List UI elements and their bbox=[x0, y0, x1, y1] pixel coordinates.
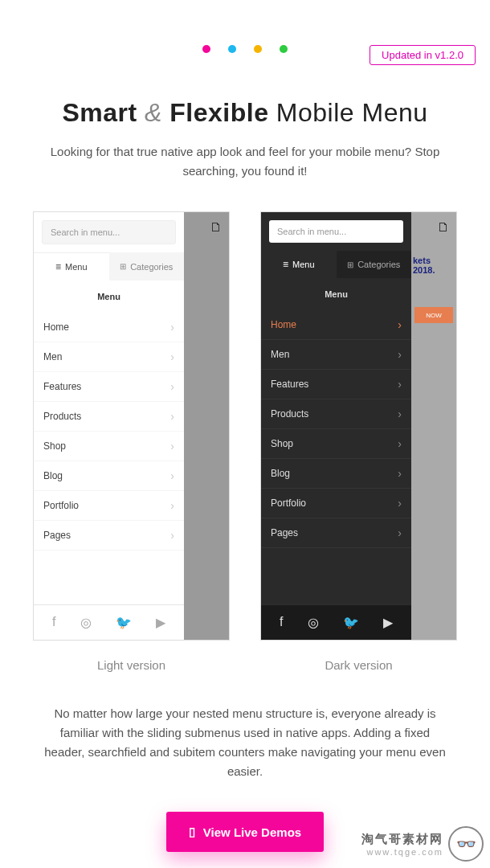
watermark: 淘气哥素材网 www.tqge.com 👓 bbox=[361, 826, 484, 862]
chevron-right-icon: › bbox=[398, 437, 402, 450]
version-badge: Updated in v1.2.0 bbox=[370, 45, 476, 65]
chevron-right-icon: › bbox=[170, 469, 174, 482]
bg-promo-button: NOW bbox=[414, 307, 453, 323]
preview-dark: 🗋 kets2018. NOW Search in menu... ≡Menu … bbox=[260, 211, 457, 672]
menu-item[interactable]: Men› bbox=[261, 340, 411, 370]
chevron-right-icon: › bbox=[170, 410, 174, 423]
menu-heading: Menu bbox=[261, 278, 411, 310]
twitter-icon[interactable]: 🐦 bbox=[116, 615, 132, 630]
background-strip: 🗋 kets2018. NOW bbox=[410, 212, 456, 640]
page-title: Smart & Flexible Mobile Menu bbox=[0, 98, 490, 128]
cart-icon: 🗋 bbox=[210, 220, 223, 235]
grid-icon: ⊞ bbox=[120, 262, 126, 271]
menu-item[interactable]: Men› bbox=[34, 342, 184, 372]
menu-item[interactable]: Pages› bbox=[34, 521, 184, 551]
cart-icon: 🗋 bbox=[437, 220, 450, 235]
facebook-icon[interactable]: f bbox=[280, 615, 283, 630]
search-input[interactable]: Search in menu... bbox=[269, 220, 403, 243]
menu-panel-dark: Search in menu... ≡Menu ⊞Categories Menu… bbox=[261, 212, 411, 640]
mockup-light: 🗋 Search in menu... ≡Menu ⊞Categories Me… bbox=[33, 211, 230, 641]
menu-items: Home› Men› Features› Products› Shop› Blo… bbox=[34, 313, 184, 604]
menu-item[interactable]: Pages› bbox=[261, 518, 411, 548]
menu-item[interactable]: Blog› bbox=[34, 461, 184, 491]
facebook-icon[interactable]: f bbox=[52, 615, 55, 630]
chevron-right-icon: › bbox=[398, 526, 402, 539]
grid-icon: ⊞ bbox=[347, 260, 353, 269]
instagram-icon[interactable]: ◎ bbox=[308, 615, 319, 630]
menu-item[interactable]: Blog› bbox=[261, 459, 411, 489]
chevron-right-icon: › bbox=[398, 467, 402, 480]
previews-row: 🗋 Search in menu... ≡Menu ⊞Categories Me… bbox=[0, 211, 490, 672]
menu-item[interactable]: Products› bbox=[261, 399, 411, 429]
chevron-right-icon: › bbox=[398, 348, 402, 361]
chevron-right-icon: › bbox=[398, 318, 402, 331]
social-row: f ◎ 🐦 ▶ bbox=[34, 604, 184, 640]
chevron-right-icon: › bbox=[398, 378, 402, 391]
hamburger-icon: ≡ bbox=[283, 259, 288, 270]
view-demos-button[interactable]: ▯ View Live Demos bbox=[166, 812, 324, 852]
bg-promo-text: kets2018. bbox=[410, 252, 456, 278]
twitter-icon[interactable]: 🐦 bbox=[343, 615, 359, 630]
youtube-icon[interactable]: ▶ bbox=[156, 615, 165, 630]
search-input[interactable]: Search in menu... bbox=[42, 220, 176, 244]
menu-item[interactable]: Features› bbox=[261, 370, 411, 399]
dot bbox=[254, 45, 262, 53]
chevron-right-icon: › bbox=[398, 407, 402, 420]
color-dots bbox=[202, 45, 288, 53]
menu-item[interactable]: Portfolio› bbox=[34, 491, 184, 521]
menu-item[interactable]: Portfolio› bbox=[261, 489, 411, 518]
dot bbox=[202, 45, 210, 53]
menu-items: Home› Men› Features› Products› Shop› Blo… bbox=[261, 310, 411, 604]
background-strip: 🗋 bbox=[182, 212, 229, 640]
subtitle: Looking for that true native app look an… bbox=[39, 142, 451, 181]
chevron-right-icon: › bbox=[170, 499, 174, 512]
chevron-right-icon: › bbox=[170, 380, 174, 393]
caption-dark: Dark version bbox=[260, 658, 457, 672]
menu-item[interactable]: Products› bbox=[34, 402, 184, 432]
menu-item[interactable]: Home› bbox=[34, 313, 184, 342]
instagram-icon[interactable]: ◎ bbox=[80, 615, 92, 630]
chevron-right-icon: › bbox=[170, 321, 174, 334]
menu-heading: Menu bbox=[34, 280, 184, 313]
chevron-right-icon: › bbox=[170, 529, 174, 542]
tabs: ≡Menu ⊞Categories bbox=[34, 252, 184, 280]
caption-light: Light version bbox=[33, 658, 230, 672]
hamburger-icon: ≡ bbox=[55, 261, 61, 272]
tab-categories[interactable]: ⊞Categories bbox=[109, 252, 185, 280]
tab-menu[interactable]: ≡Menu bbox=[261, 251, 337, 278]
menu-item[interactable]: Features› bbox=[34, 372, 184, 402]
chevron-right-icon: › bbox=[170, 350, 174, 363]
preview-light: 🗋 Search in menu... ≡Menu ⊞Categories Me… bbox=[33, 211, 230, 672]
menu-item[interactable]: Shop› bbox=[261, 429, 411, 459]
chevron-right-icon: › bbox=[398, 497, 402, 510]
chevron-right-icon: › bbox=[170, 440, 174, 452]
youtube-icon[interactable]: ▶ bbox=[383, 615, 393, 630]
mascot-icon: 👓 bbox=[448, 826, 484, 862]
menu-item[interactable]: Shop› bbox=[34, 432, 184, 461]
menu-panel-light: Search in menu... ≡Menu ⊞Categories Menu… bbox=[34, 212, 184, 640]
mockup-dark: 🗋 kets2018. NOW Search in menu... ≡Menu … bbox=[260, 211, 457, 641]
top-row: Updated in v1.2.0 bbox=[0, 0, 490, 53]
bottom-description: No matter how large your nested menu str… bbox=[39, 704, 451, 781]
tabs: ≡Menu ⊞Categories bbox=[261, 251, 411, 278]
menu-item[interactable]: Home› bbox=[261, 310, 411, 340]
tab-menu[interactable]: ≡Menu bbox=[34, 252, 109, 280]
mobile-icon: ▯ bbox=[189, 825, 195, 839]
dot bbox=[228, 45, 236, 53]
social-row: f ◎ 🐦 ▶ bbox=[261, 604, 411, 640]
tab-categories[interactable]: ⊞Categories bbox=[337, 251, 412, 278]
dot bbox=[280, 45, 288, 53]
